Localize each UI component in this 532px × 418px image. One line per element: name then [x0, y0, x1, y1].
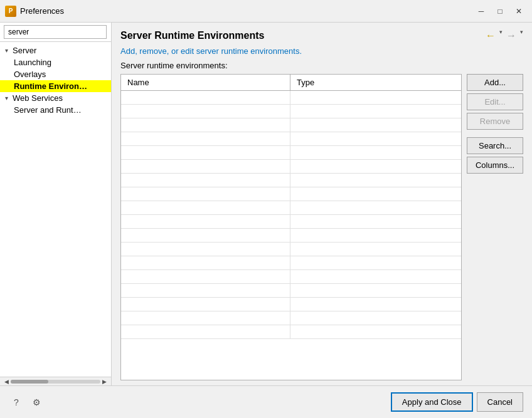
- sidebar-item-web-services[interactable]: ▾ Web Services: [0, 92, 111, 104]
- add-button[interactable]: Add...: [467, 74, 523, 91]
- panel-header: Server Runtime Environments ← ▾ → ▾: [112, 23, 532, 46]
- row-cell-type: [290, 160, 461, 173]
- search-area: ✕: [0, 23, 111, 42]
- row-cell-type: [290, 325, 461, 338]
- scroll-left-icon[interactable]: ◀: [3, 379, 11, 385]
- sidebar-item-runtime-label: Runtime Environ…: [14, 81, 87, 91]
- row-cell-name: [121, 91, 290, 104]
- table-row[interactable]: [121, 146, 461, 160]
- row-cell-name: [121, 311, 290, 325]
- row-cell-type: [290, 256, 461, 269]
- scrollbar-thumb: [11, 380, 48, 384]
- row-cell-name: [121, 174, 290, 187]
- scroll-right-icon[interactable]: ▶: [100, 379, 109, 385]
- nav-forward-dropdown: ▾: [520, 29, 523, 43]
- table-row[interactable]: [121, 256, 461, 270]
- col-type-header: Type: [290, 75, 461, 90]
- sidebar-item-runtime-environ[interactable]: Runtime Environ…: [0, 80, 111, 92]
- sidebar-item-server-runt-label: Server and Runt…: [14, 105, 82, 115]
- panel-label: Server runtime environments:: [120, 61, 523, 70]
- sidebar-item-overlays[interactable]: Overlays: [0, 68, 111, 80]
- minimize-button[interactable]: ─: [473, 5, 489, 18]
- nav-forward-button[interactable]: →: [504, 29, 519, 43]
- row-cell-type: [290, 243, 461, 256]
- sidebar-item-server[interactable]: ▾ Server: [0, 44, 111, 56]
- scrollbar-track: [11, 380, 100, 384]
- sidebar: ✕ ▾ Server Launching Overlays Runtime En…: [0, 23, 112, 385]
- table-area: Name Type Add... Edit... Remove Search..…: [120, 74, 523, 380]
- nav-forward-icon: →: [506, 30, 516, 41]
- table-row[interactable]: [121, 243, 461, 256]
- row-cell-type: [290, 284, 461, 297]
- close-button[interactable]: ✕: [511, 5, 527, 18]
- row-cell-type: [290, 132, 461, 145]
- help-button[interactable]: ?: [9, 395, 24, 410]
- table-row[interactable]: [121, 174, 461, 187]
- table-row[interactable]: [121, 160, 461, 174]
- table-row[interactable]: [121, 325, 461, 339]
- table-row[interactable]: [121, 132, 461, 146]
- bottom-right: Apply and Close Cancel: [391, 392, 523, 412]
- row-cell-type: [290, 91, 461, 104]
- app-icon: P: [5, 6, 16, 17]
- row-cell-name: [121, 256, 290, 269]
- sidebar-item-launching[interactable]: Launching: [0, 56, 111, 68]
- table-row[interactable]: [121, 270, 461, 284]
- row-cell-type: [290, 146, 461, 159]
- row-cell-name: [121, 298, 290, 311]
- row-cell-type: [290, 187, 461, 201]
- table-row[interactable]: [121, 91, 461, 105]
- titlebar: P Preferences ─ □ ✕: [0, 0, 532, 23]
- row-cell-name: [121, 132, 290, 145]
- tree-arrow-server: ▾: [5, 47, 11, 54]
- search-button[interactable]: Search...: [467, 137, 523, 154]
- table-row[interactable]: [121, 118, 461, 132]
- help-icon: ?: [14, 397, 19, 407]
- nav-back-button[interactable]: ←: [483, 29, 498, 43]
- cancel-button[interactable]: Cancel: [477, 392, 523, 412]
- row-cell-name: [121, 243, 290, 256]
- maximize-button[interactable]: □: [492, 5, 508, 18]
- row-cell-name: [121, 229, 290, 242]
- table-row[interactable]: [121, 229, 461, 243]
- nav-buttons: ← ▾ → ▾: [483, 29, 523, 43]
- bottom-bar: ? ⚙ Apply and Close Cancel: [0, 385, 532, 418]
- sidebar-scrollbar: ◀ ▶: [0, 377, 111, 385]
- row-cell-name: [121, 118, 290, 132]
- row-cell-name: [121, 284, 290, 297]
- sidebar-item-server-and-runt[interactable]: Server and Runt…: [0, 104, 111, 116]
- row-cell-type: [290, 270, 461, 283]
- table-row[interactable]: [121, 311, 461, 325]
- row-cell-name: [121, 201, 290, 214]
- titlebar-controls: ─ □ ✕: [473, 5, 527, 18]
- row-cell-type: [290, 118, 461, 132]
- row-cell-type: [290, 174, 461, 187]
- table-row[interactable]: [121, 215, 461, 229]
- remove-button[interactable]: Remove: [467, 113, 523, 130]
- panel-title: Server Runtime Environments: [120, 30, 264, 41]
- row-cell-name: [121, 105, 290, 118]
- sidebar-item-launching-label: Launching: [14, 58, 51, 67]
- main-content: ✕ ▾ Server Launching Overlays Runtime En…: [0, 23, 532, 385]
- bottom-left: ? ⚙: [9, 395, 44, 410]
- row-cell-type: [290, 311, 461, 325]
- row-cell-type: [290, 229, 461, 242]
- columns-button[interactable]: Columns...: [467, 157, 523, 174]
- table-rows[interactable]: [121, 91, 461, 380]
- table-row[interactable]: [121, 187, 461, 201]
- table-row[interactable]: [121, 201, 461, 215]
- row-cell-name: [121, 146, 290, 159]
- side-buttons: Add... Edit... Remove Search... Columns.…: [467, 74, 523, 380]
- table-row[interactable]: [121, 298, 461, 311]
- right-panel: Server Runtime Environments ← ▾ → ▾ Add,…: [112, 23, 532, 385]
- table-row[interactable]: [121, 284, 461, 298]
- edit-button[interactable]: Edit...: [467, 93, 523, 110]
- nav-back-dropdown: ▾: [499, 29, 503, 43]
- tree-arrow-web-services: ▾: [5, 95, 11, 102]
- nav-back-icon: ←: [486, 30, 496, 41]
- table-row[interactable]: [121, 105, 461, 118]
- apply-close-button[interactable]: Apply and Close: [391, 392, 473, 412]
- row-cell-name: [121, 160, 290, 173]
- preferences-icon-button[interactable]: ⚙: [29, 395, 44, 410]
- search-input[interactable]: [4, 25, 107, 39]
